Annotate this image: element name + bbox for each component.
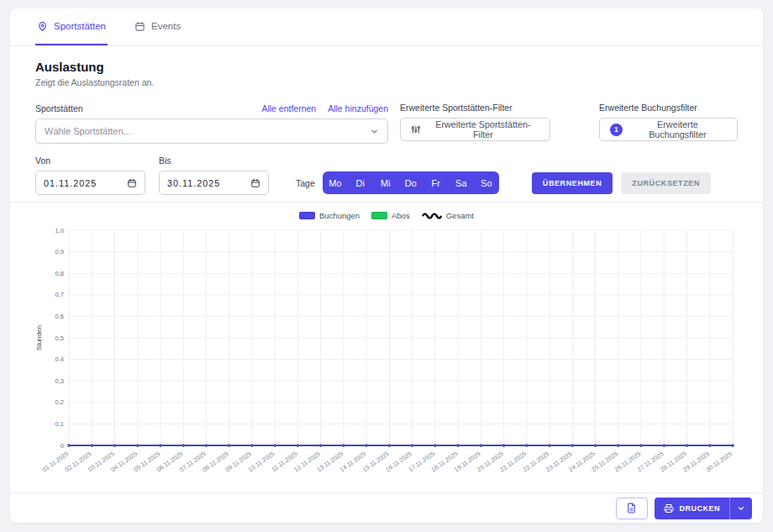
tab-sportstaetten-label: Sportstätten: [54, 21, 106, 31]
page-subtitle: Zeigt die Auslastungsraten an.: [35, 77, 738, 87]
tage-label: Tage: [296, 178, 315, 188]
svg-text:0,3: 0,3: [55, 377, 64, 385]
sliders-icon: [411, 124, 421, 134]
legend-item-abos: Abos: [371, 211, 410, 220]
svg-text:0,6: 0,6: [55, 313, 64, 320]
filters-panel: Auslastung Zeigt die Auslastungsraten an…: [10, 46, 763, 202]
svg-text:0,8: 0,8: [55, 270, 64, 277]
file-document-icon: [626, 503, 637, 514]
von-date-value: 01.11.2025: [44, 178, 97, 188]
weekday-toggle-group: Mo Di Mi Do Fr Sa So: [323, 171, 499, 194]
usage-chart: 1,00,90,80,70,60,50,40,30,20,1001.11.202…: [34, 222, 739, 492]
uebernehmen-button[interactable]: ÜBERNEHMEN: [532, 172, 613, 194]
legend-label-gesamt: Gesamt: [446, 211, 474, 220]
adv-booking-filter-button[interactable]: 1 Erweiterte Buchungsfilter: [599, 118, 738, 141]
zuruecksetzen-button[interactable]: ZURÜCKSETZEN: [621, 172, 711, 194]
chart-legend: Buchungen Abos Gesamt: [299, 211, 474, 220]
adv-booking-filter-badge: 1: [610, 124, 623, 136]
svg-text:0,5: 0,5: [55, 334, 64, 342]
legend-label-abos: Abos: [392, 211, 410, 220]
sportstaetten-select[interactable]: Wähle Sportstätten...: [35, 119, 388, 144]
svg-text:1,0: 1,0: [55, 227, 64, 234]
svg-text:0,9: 0,9: [55, 248, 64, 255]
svg-text:0: 0: [60, 442, 64, 450]
tab-events-label: Events: [151, 21, 181, 31]
von-date-input[interactable]: 01.11.2025: [35, 171, 145, 195]
adv-facility-filter-label: Erweiterte Sportstätten-Filter: [400, 103, 550, 113]
drucken-button-label: DRUCKEN: [680, 504, 721, 513]
remove-all-link[interactable]: Alle entfernen: [261, 103, 316, 113]
legend-label-buchungen: Buchungen: [319, 211, 360, 220]
drucken-dropdown-button[interactable]: [729, 498, 752, 519]
chevron-down-icon: [370, 127, 379, 136]
sportstaetten-label: Sportstätten: [35, 103, 83, 113]
drucken-split-button: DRUCKEN: [655, 498, 753, 519]
export-file-button[interactable]: [616, 498, 648, 519]
weekday-toggle-di[interactable]: Di: [348, 171, 373, 194]
svg-text:0,7: 0,7: [55, 291, 64, 298]
svg-text:0,2: 0,2: [55, 398, 64, 406]
adv-booking-filter-label: Erweiterte Buchungsfilter: [599, 103, 738, 113]
legend-item-buchungen: Buchungen: [299, 211, 360, 220]
weekday-toggle-do[interactable]: Do: [398, 171, 423, 194]
chart-section: Buchungen Abos Gesamt 1,00,90,80,70,60,5…: [10, 203, 763, 492]
chevron-down-icon: [737, 504, 745, 513]
tab-sportstaetten[interactable]: Sportstätten: [35, 8, 108, 45]
main-card: Sportstätten Events Auslastung Zeigt die…: [10, 8, 763, 523]
gesamt-swatch: [422, 212, 442, 220]
von-label: Von: [35, 155, 145, 166]
svg-text:0,1: 0,1: [55, 420, 64, 428]
bis-date-value: 30.11.2025: [167, 178, 220, 188]
add-all-link[interactable]: Alle hinzufügen: [328, 103, 388, 113]
calendar-icon: [250, 178, 260, 188]
calendar-icon: [127, 178, 137, 188]
bis-label: Bis: [159, 155, 269, 166]
drucken-button[interactable]: DRUCKEN: [655, 498, 730, 519]
adv-facility-filter-button[interactable]: Erweiterte Sportstätten-Filter: [400, 118, 550, 141]
svg-text:0,4: 0,4: [55, 356, 64, 363]
adv-booking-filter-button-label: Erweiterte Buchungsfilter: [628, 119, 727, 140]
weekday-toggle-sa[interactable]: Sa: [449, 171, 474, 194]
page-title: Auslastung: [35, 60, 738, 74]
printer-icon: [664, 503, 674, 514]
footer-bar: DRUCKEN: [10, 492, 763, 523]
svg-text:30.11.2025: 30.11.2025: [705, 450, 734, 473]
weekday-toggle-fr[interactable]: Fr: [423, 171, 449, 194]
weekday-toggle-mi[interactable]: Mi: [373, 171, 398, 194]
location-pin-icon: [37, 21, 48, 32]
legend-item-gesamt: Gesamt: [422, 211, 474, 220]
tab-bar: Sportstätten Events: [10, 8, 763, 46]
calendar-icon: [134, 21, 145, 32]
tab-events[interactable]: Events: [133, 8, 182, 45]
weekday-toggle-so[interactable]: So: [474, 171, 499, 194]
buchungen-swatch: [299, 212, 315, 219]
abos-swatch: [371, 212, 387, 219]
adv-facility-filter-button-label: Erweiterte Sportstätten-Filter: [427, 119, 539, 140]
weekday-toggle-mo[interactable]: Mo: [323, 171, 348, 194]
bis-date-input[interactable]: 30.11.2025: [159, 171, 269, 195]
svg-text:Stunden: Stunden: [35, 325, 43, 350]
sportstaetten-select-placeholder: Wähle Sportstätten...: [45, 126, 131, 136]
